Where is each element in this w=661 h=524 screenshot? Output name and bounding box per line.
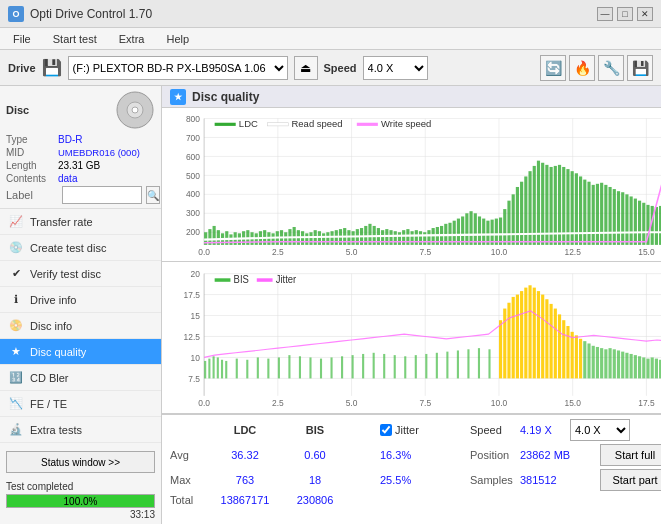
maximize-button[interactable]: □ bbox=[617, 7, 633, 21]
svg-rect-225 bbox=[503, 308, 506, 378]
label-input[interactable] bbox=[62, 186, 142, 204]
svg-rect-224 bbox=[499, 320, 502, 378]
svg-text:5.0: 5.0 bbox=[346, 398, 358, 408]
disc-contents: data bbox=[58, 173, 77, 184]
bottom-chart: 20 17.5 15 12.5 10 7.5 40% 32% 24% 16% 8… bbox=[162, 262, 661, 414]
svg-rect-205 bbox=[299, 356, 301, 378]
svg-rect-202 bbox=[267, 358, 269, 378]
svg-rect-65 bbox=[305, 233, 308, 245]
eject-button[interactable]: ⏏ bbox=[294, 56, 318, 80]
svg-rect-142 bbox=[630, 196, 633, 244]
svg-rect-255 bbox=[630, 354, 633, 378]
burn-button[interactable]: 🔥 bbox=[569, 55, 595, 81]
svg-rect-86 bbox=[394, 231, 397, 245]
start-full-button[interactable]: Start full bbox=[600, 444, 661, 466]
quality-icon: ★ bbox=[170, 89, 186, 105]
svg-rect-137 bbox=[608, 187, 611, 245]
svg-text:7.5: 7.5 bbox=[419, 398, 431, 408]
drive-icon: 💾 bbox=[42, 58, 62, 77]
svg-rect-241 bbox=[571, 332, 574, 379]
svg-rect-135 bbox=[600, 183, 603, 245]
svg-rect-259 bbox=[646, 358, 649, 378]
nav-disc-quality[interactable]: ★ Disc quality bbox=[0, 339, 161, 365]
contents-label: Contents bbox=[6, 173, 58, 184]
svg-rect-91 bbox=[415, 230, 418, 245]
samples-value: 381512 bbox=[520, 474, 600, 486]
svg-text:12.5: 12.5 bbox=[565, 247, 582, 257]
svg-rect-256 bbox=[634, 355, 637, 378]
start-part-button[interactable]: Start part bbox=[600, 469, 661, 491]
transfer-rate-icon: 📈 bbox=[8, 214, 24, 230]
svg-rect-203 bbox=[278, 357, 280, 378]
svg-text:Jitter: Jitter bbox=[276, 273, 297, 285]
minimize-button[interactable]: — bbox=[597, 7, 613, 21]
svg-rect-143 bbox=[634, 199, 637, 245]
svg-text:12.5: 12.5 bbox=[184, 331, 200, 341]
close-button[interactable]: ✕ bbox=[637, 7, 653, 21]
svg-rect-134 bbox=[596, 184, 599, 245]
label-search-button[interactable]: 🔍 bbox=[146, 186, 160, 204]
avg-label: Avg bbox=[170, 449, 210, 461]
svg-rect-249 bbox=[604, 349, 607, 378]
nav-create-test-disc[interactable]: 💿 Create test disc bbox=[0, 235, 161, 261]
svg-text:300: 300 bbox=[186, 208, 200, 218]
nav-disc-info[interactable]: 📀 Disc info bbox=[0, 313, 161, 339]
svg-rect-261 bbox=[655, 358, 658, 378]
max-ldc: 763 bbox=[210, 474, 280, 486]
nav-verify-test-disc[interactable]: ✔ Verify test disc bbox=[0, 261, 161, 287]
refresh-button[interactable]: 🔄 bbox=[540, 55, 566, 81]
svg-rect-110 bbox=[495, 219, 498, 245]
svg-rect-93 bbox=[423, 232, 426, 245]
jitter-checkbox-label[interactable]: Jitter bbox=[380, 424, 470, 436]
svg-rect-200 bbox=[246, 359, 248, 378]
drive-info-icon: ℹ bbox=[8, 292, 24, 308]
nav-drive-info[interactable]: ℹ Drive info bbox=[0, 287, 161, 313]
svg-point-2 bbox=[132, 107, 138, 113]
menu-file[interactable]: File bbox=[4, 30, 40, 48]
jitter-checkbox[interactable] bbox=[380, 424, 392, 436]
svg-rect-230 bbox=[524, 287, 527, 378]
speed-select-stats[interactable]: 4.0 X bbox=[570, 419, 630, 441]
svg-rect-139 bbox=[617, 191, 620, 245]
svg-text:500: 500 bbox=[186, 171, 200, 181]
svg-text:10.0: 10.0 bbox=[491, 398, 507, 408]
top-chart: 800 700 600 500 400 300 200 18X 16X 14X … bbox=[162, 108, 661, 262]
svg-rect-260 bbox=[651, 357, 654, 378]
max-bis: 18 bbox=[280, 474, 350, 486]
menu-extra[interactable]: Extra bbox=[110, 30, 154, 48]
svg-rect-116 bbox=[520, 182, 523, 245]
nav-verify-test-disc-label: Verify test disc bbox=[30, 268, 101, 280]
menu-start-test[interactable]: Start test bbox=[44, 30, 106, 48]
svg-text:7.5: 7.5 bbox=[419, 247, 431, 257]
nav-extra-tests[interactable]: 🔬 Extra tests bbox=[0, 417, 161, 443]
nav-cd-bler[interactable]: 🔢 CD Bler bbox=[0, 365, 161, 391]
menu-help[interactable]: Help bbox=[157, 30, 198, 48]
nav-transfer-rate[interactable]: 📈 Transfer rate bbox=[0, 209, 161, 235]
svg-rect-208 bbox=[330, 357, 332, 378]
svg-rect-155 bbox=[267, 123, 288, 126]
svg-rect-226 bbox=[507, 302, 510, 378]
svg-rect-111 bbox=[499, 218, 502, 245]
toolbar: Drive 💾 (F:) PLEXTOR BD-R PX-LB950SA 1.0… bbox=[0, 50, 661, 86]
svg-rect-68 bbox=[318, 231, 321, 245]
save-button[interactable]: 💾 bbox=[627, 55, 653, 81]
nav-fe-te[interactable]: 📉 FE / TE bbox=[0, 391, 161, 417]
svg-rect-229 bbox=[520, 291, 523, 378]
svg-rect-254 bbox=[625, 352, 628, 378]
svg-rect-101 bbox=[457, 219, 460, 245]
svg-text:15: 15 bbox=[191, 310, 200, 320]
svg-rect-243 bbox=[579, 339, 582, 379]
svg-rect-83 bbox=[381, 230, 384, 245]
svg-rect-237 bbox=[554, 308, 557, 378]
drive-select[interactable]: (F:) PLEXTOR BD-R PX-LB950SA 1.06 bbox=[68, 56, 288, 80]
app-icon: O bbox=[8, 6, 24, 22]
svg-text:400: 400 bbox=[186, 190, 200, 200]
svg-rect-252 bbox=[617, 350, 620, 378]
status-window-button[interactable]: Status window >> bbox=[6, 451, 155, 473]
svg-rect-144 bbox=[638, 201, 641, 245]
svg-rect-157 bbox=[357, 123, 378, 126]
svg-rect-214 bbox=[394, 355, 396, 378]
svg-rect-235 bbox=[545, 299, 548, 378]
speed-select[interactable]: 4.0 X bbox=[363, 56, 428, 80]
settings-button[interactable]: 🔧 bbox=[598, 55, 624, 81]
